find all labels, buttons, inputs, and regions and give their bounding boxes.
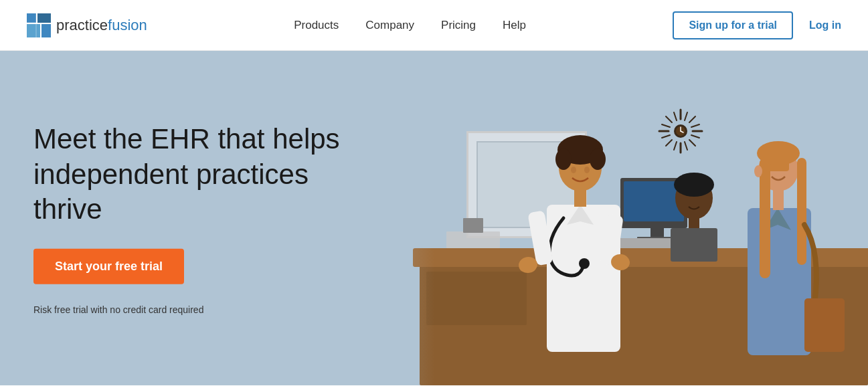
signup-trial-button[interactable]: Sign up for a trial bbox=[673, 11, 793, 39]
hero-section: Meet the EHR that helps independent prac… bbox=[0, 51, 868, 385]
hero-disclaimer: Risk free trial with no credit card requ… bbox=[33, 304, 381, 314]
svg-rect-58 bbox=[797, 158, 806, 265]
logo-icon bbox=[27, 13, 51, 37]
logo-text: practicefusion bbox=[56, 17, 147, 34]
svg-rect-30 bbox=[463, 218, 483, 233]
hero-content: Meet the EHR that helps independent prac… bbox=[33, 122, 381, 315]
svg-rect-56 bbox=[760, 158, 770, 278]
svg-rect-1 bbox=[37, 13, 51, 23]
svg-rect-33 bbox=[650, 228, 664, 238]
header-actions: Sign up for a trial Log in bbox=[673, 11, 841, 39]
main-nav: Products Company Pricing Help bbox=[294, 19, 526, 32]
nav-pricing[interactable]: Pricing bbox=[441, 19, 476, 32]
svg-point-48 bbox=[584, 167, 590, 173]
logo[interactable]: practicefusion bbox=[27, 13, 147, 37]
svg-point-37 bbox=[674, 173, 714, 197]
svg-point-59 bbox=[757, 141, 800, 165]
svg-rect-28 bbox=[426, 272, 527, 325]
svg-point-45 bbox=[555, 149, 572, 170]
svg-point-61 bbox=[754, 165, 762, 177]
hero-scene bbox=[366, 51, 868, 385]
svg-rect-2 bbox=[27, 24, 40, 37]
svg-point-46 bbox=[590, 149, 606, 170]
svg-rect-3 bbox=[41, 24, 51, 37]
scene-svg bbox=[366, 51, 868, 385]
header: practicefusion Products Company Pricing … bbox=[0, 0, 868, 51]
login-link[interactable]: Log in bbox=[809, 19, 841, 31]
start-trial-button[interactable]: Start your free trial bbox=[33, 248, 184, 284]
hero-heading: Meet the EHR that helps independent prac… bbox=[33, 122, 381, 227]
nav-products[interactable]: Products bbox=[294, 19, 339, 32]
svg-point-47 bbox=[571, 167, 576, 173]
nav-help[interactable]: Help bbox=[503, 19, 526, 32]
svg-rect-0 bbox=[27, 13, 36, 23]
nav-company[interactable]: Company bbox=[365, 19, 414, 32]
svg-point-41 bbox=[579, 258, 590, 269]
svg-rect-29 bbox=[446, 231, 500, 248]
svg-rect-39 bbox=[671, 228, 717, 262]
svg-rect-60 bbox=[804, 298, 845, 352]
